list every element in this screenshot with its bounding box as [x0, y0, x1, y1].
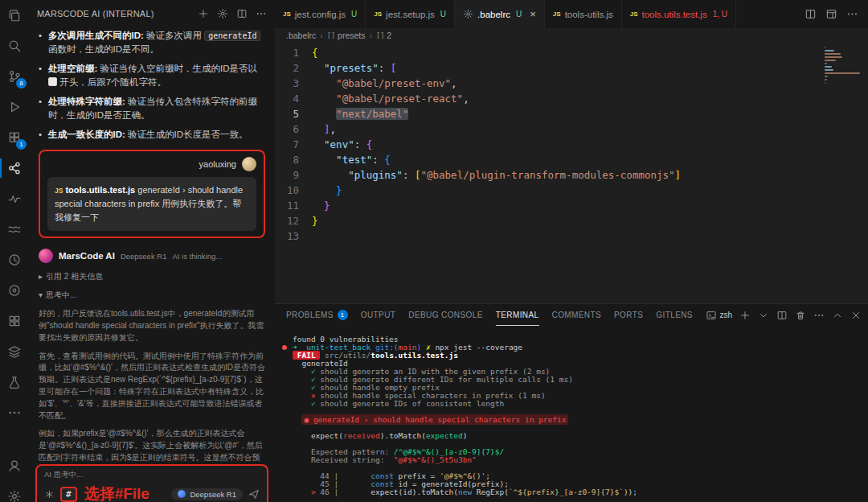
minimap-line [825, 63, 827, 64]
new-chat-button[interactable] [198, 8, 209, 19]
terminal-profile-dropdown[interactable] [758, 310, 769, 321]
marscode-ai-icon[interactable] [0, 153, 29, 183]
minimap-line [825, 53, 841, 55]
extensions-icon[interactable]: 1 [0, 122, 29, 153]
run-debug-icon[interactable] [0, 92, 29, 122]
line-number: 3 [275, 76, 299, 91]
bullet-icon: • [39, 29, 42, 43]
target-icon[interactable] [0, 275, 29, 306]
editor-tab-actions [795, 0, 868, 28]
panel-tab-debug-console[interactable]: DEBUG CONSOLE [408, 304, 482, 326]
layers-icon[interactable] [0, 336, 29, 367]
close-icon[interactable]: × [530, 9, 536, 19]
input-status: AI 思考中... [44, 470, 260, 480]
terminal-line: ✓ should generate IDs of consistent leng… [293, 400, 868, 408]
js-file-icon: JS [374, 10, 382, 18]
model-selector[interactable]: Deepseek R1 [171, 488, 243, 500]
breadcrumb-index[interactable]: 2 [376, 31, 391, 40]
js-file-icon: JS [553, 10, 561, 18]
code-line: "plugins": ["@babel/plugin-transform-mod… [312, 167, 868, 183]
tab-.babelrc[interactable]: .babelrcU× [455, 0, 545, 28]
line-number: 10 [275, 183, 299, 198]
terminal[interactable]: found 0 vulnerabilities➜ unit-test_back … [275, 326, 868, 502]
file-chip[interactable]: JStools.utils.test.js [55, 185, 135, 195]
maximize-panel-button[interactable] [832, 310, 843, 321]
panel-tab-gitlens[interactable]: GITLENS [656, 304, 693, 326]
panel-tab-ports[interactable]: PORTS [614, 304, 643, 326]
minimap[interactable] [825, 47, 863, 88]
kill-terminal-button[interactable] [795, 310, 806, 321]
shell-selector[interactable]: zsh [706, 310, 732, 321]
symbol-array-icon [376, 31, 384, 39]
js-file-icon: JS [283, 10, 291, 18]
tab-tools.utils.test.js[interactable]: JStools.utils.test.js1, U [622, 0, 736, 28]
panel-tab-label: DEBUG CONSOLE [408, 311, 482, 319]
test-summary-list: •多次调用生成不同的ID: 验证多次调用 generateId 函数时，生成的I… [39, 29, 265, 142]
tab-jest.setup.js[interactable]: JSjest.setup.jsU [366, 0, 455, 28]
summary-text: 函数时，生成的ID是不同。 [48, 44, 159, 54]
open-in-editor-button[interactable] [236, 8, 248, 19]
close-panel-button[interactable] [850, 310, 862, 321]
line-number: 1 [275, 45, 299, 60]
sidebar-marscode-ai: MARSCODE AI (INTERNAL) •多次调用生成不同的ID: 验证多… [29, 0, 276, 502]
more-editor-actions-button[interactable] [846, 8, 858, 20]
editor-code[interactable]: 12345678910111213 { "presets": [ "@babel… [275, 43, 868, 304]
sidebar-title: MARSCODE AI (INTERNAL) [37, 9, 198, 19]
manage-settings-icon[interactable] [0, 481, 29, 502]
code-line [312, 228, 868, 244]
panel-tab-terminal[interactable]: TERMINAL [496, 304, 539, 326]
commands-icon[interactable] [44, 489, 55, 500]
chat-scroll-area[interactable]: •多次调用生成不同的ID: 验证多次调用 generateId 函数时，生成的I… [29, 27, 275, 462]
source-control-icon[interactable]: 8 [0, 61, 29, 92]
more-chat-actions-button[interactable] [256, 8, 267, 19]
chat-settings-button[interactable] [217, 8, 228, 19]
split-editor-button[interactable] [805, 8, 817, 20]
marscode-avatar [39, 249, 53, 263]
code-lines: { "presets": [ "@babel/preset-env", "@ba… [312, 43, 868, 304]
editor-layout-button[interactable] [825, 8, 837, 20]
code-line: ], [312, 121, 868, 137]
breadcrumb-presets[interactable]: presets [327, 31, 366, 40]
terminal-more-button[interactable] [813, 310, 825, 321]
file-context-button[interactable]: # [60, 487, 77, 502]
user-name: yaoluxing [199, 159, 236, 169]
thinking-paragraph: 例如，如果prefix是'@#$%^&()'，那么生成的正则表达式会是'@#$%… [39, 428, 265, 462]
terminal-line: ● generateId › should handle special cha… [293, 416, 868, 424]
activity-bar: 81 [0, 0, 30, 502]
history-icon[interactable] [0, 245, 29, 275]
breadcrumb-file[interactable]: .babelrc [286, 31, 316, 40]
panel-tab-output[interactable]: OUTPUT [361, 304, 396, 326]
split-terminal-button[interactable] [776, 310, 788, 321]
references-toggle[interactable]: ▸引用 2 相关信息 [39, 271, 265, 282]
beaker-icon[interactable] [0, 367, 29, 397]
panel-tab-comments[interactable]: COMMENTS [552, 304, 602, 326]
panel-actions: zsh [706, 310, 862, 321]
thinking-text: 好的，用户反馈说在tools.utils.test.js中，generateId… [39, 308, 265, 462]
code-line: } [312, 213, 868, 228]
new-terminal-button[interactable] [739, 310, 751, 321]
explorer-icon[interactable] [0, 0, 29, 31]
bottom-panel: PROBLEMS1OUTPUTDEBUG CONSOLETERMINALCOMM… [275, 303, 868, 502]
bullet-icon: • [39, 62, 42, 76]
code-line: "test": { [312, 152, 868, 167]
send-button[interactable] [248, 488, 260, 500]
summary-text: 验证当传入空前缀时，生成的ID是否以 [97, 64, 257, 73]
search-icon[interactable] [0, 31, 29, 61]
tab-jest.config.js[interactable]: JSjest.config.jsU [275, 0, 366, 28]
tab-tools-utils.js[interactable]: JStools-utils.js [545, 0, 622, 28]
metrics-icon[interactable] [0, 183, 29, 214]
waves-icon[interactable] [0, 214, 29, 245]
thinking-toggle[interactable]: ▾思考中... [39, 290, 265, 301]
tab-label: tools.utils.test.js [642, 10, 707, 19]
user-message-bubble: JStools.utils.test.js generateId › shoul… [47, 177, 256, 231]
references-label: 引用 2 相关信息 [46, 272, 103, 281]
line-number: 12 [275, 213, 299, 228]
more-activities-icon[interactable] [0, 397, 29, 428]
activity-badge: 8 [16, 78, 27, 88]
dashboard-icon[interactable] [0, 306, 29, 336]
symbol-array-icon [327, 31, 335, 39]
panel-tab-problems[interactable]: PROBLEMS1 [286, 304, 348, 326]
line-number: 2 [275, 60, 299, 76]
account-icon[interactable] [0, 451, 29, 481]
panel-tab-label: PORTS [614, 311, 643, 319]
